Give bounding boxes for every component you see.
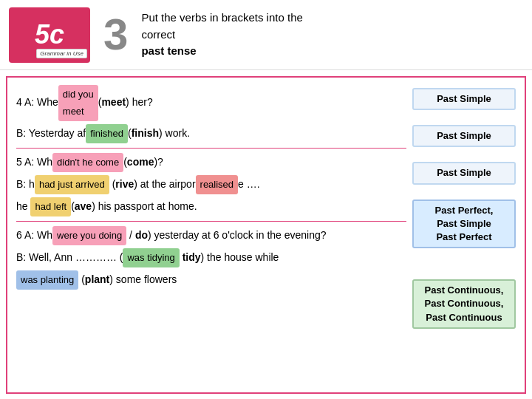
line-4b: B: Yesterday affinished(finish) work.: [16, 124, 406, 143]
header: 5c Grammar in Use 3 Put the verbs in bra…: [0, 0, 532, 70]
q5a-tag: didn't he come: [52, 153, 123, 171]
exercise-number: 3: [103, 13, 128, 57]
line-6b2: was planting (plant) some flowers: [16, 270, 406, 290]
q5b2-tag: had left: [30, 197, 71, 216]
instructions: Put the verbs in brackets into the corre…: [141, 10, 302, 60]
q5b1-middle: (rive) at the airpor: [109, 178, 196, 190]
q5b1-before: B: h: [16, 178, 35, 190]
line-5b2: he had left(ave) his passport at home.: [16, 197, 406, 216]
main-content: 4 A: Whedid you meet(meet) her? B: Yeste…: [6, 76, 526, 394]
line-5b1: B: hhad just arrived (rive) at the airpo…: [16, 175, 406, 194]
q6b1-after: tidy) the house while: [180, 251, 279, 263]
q6a-after: / do) yesterday at 6 o'clock in the even…: [126, 229, 326, 241]
q4a-before: 4 A: Whe: [16, 96, 58, 108]
tense-label-6: Past Continuous, Past Continuous, Past C…: [412, 279, 516, 329]
q5b1-tag: had just arrived: [35, 175, 109, 194]
q6a-tag: were you doing: [52, 226, 126, 245]
logo-box: 5c Grammar in Use: [9, 7, 90, 63]
tags-column: Past Simple Past Simple Past Simple Past…: [412, 85, 516, 329]
q5b2-after: (ave) his passport at home.: [71, 200, 197, 212]
q5a-before: 5 A: Wh: [16, 156, 52, 168]
line-6b1: B: Well, Ann ………… (was tidying tidy) the…: [16, 248, 406, 267]
line-4a: 4 A: Whedid you meet(meet) her?: [16, 85, 406, 121]
q6b2-tag: was planting: [16, 270, 78, 289]
line-5a: 5 A: Whdidn't he come(come)?: [16, 153, 406, 172]
q6a-before: 6 A: Wh: [16, 229, 52, 241]
tense-label-5a: Past Simple: [412, 162, 516, 184]
tense-label-4a: Past Simple: [412, 88, 516, 110]
tense-label-5b: Past Perfect, Past Simple Past Perfect: [412, 200, 516, 249]
q4b-before: B: Yesterday af: [16, 127, 86, 139]
exercise-content: 4 A: Whedid you meet(meet) her? B: Yeste…: [16, 85, 406, 329]
q5b2-before: he: [16, 200, 30, 212]
q6b1-tag: was tidying: [123, 248, 179, 267]
q4b-after: (finish) work.: [128, 127, 190, 139]
logo-badge: Grammar in Use: [36, 49, 87, 58]
line-6a: 6 A: Whwere you doing / do) yesterday at…: [16, 226, 406, 245]
q4a-after: (meet) her?: [98, 96, 153, 108]
logo-text: 5c: [35, 19, 64, 50]
q5b1-after: e ….: [238, 178, 260, 190]
q6b1-before: B: Well, Ann ………… (: [16, 251, 123, 263]
q5b1-tag2: realised: [196, 175, 239, 194]
q4b-tag: finished: [86, 124, 128, 143]
q4a-tag: did you meet: [58, 85, 98, 121]
q6b2-after: (plant) some flowers: [78, 273, 177, 285]
tense-label-4b: Past Simple: [412, 125, 516, 147]
q5a-after: (come)?: [123, 156, 163, 168]
